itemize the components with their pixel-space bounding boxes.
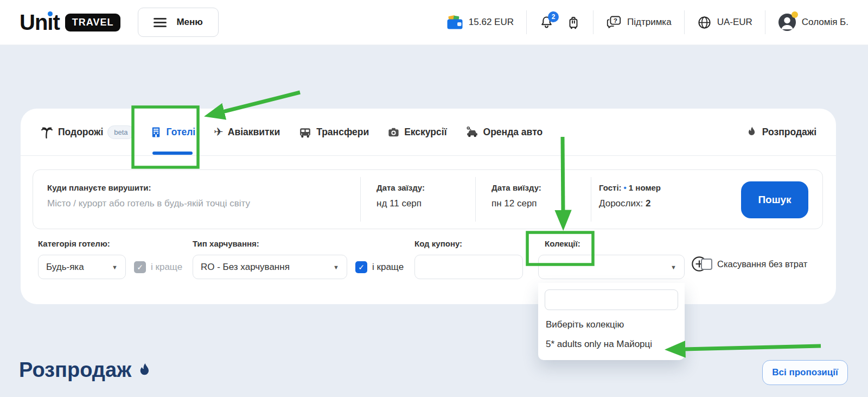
palm-tree-icon — [40, 125, 54, 139]
logo-dot-icon — [48, 11, 53, 16]
notifications-badge: 2 — [548, 11, 559, 22]
search-card: Подорожі beta Готелі — [21, 109, 836, 304]
chevron-down-icon: ▼ — [333, 264, 339, 270]
collections-option-placeholder[interactable]: Виберіть колекцію — [546, 319, 677, 331]
collections-filter: Колекції: ▼ — [538, 239, 685, 279]
luggage-icon — [566, 15, 580, 30]
collections-search-input[interactable] — [545, 289, 678, 310]
support-button[interactable]: ? Підтримка — [606, 15, 672, 30]
header-divider — [765, 10, 765, 34]
coupon-input[interactable] — [414, 255, 523, 279]
hotel-building-icon — [150, 126, 162, 138]
tab-hotels-label: Готелі — [167, 127, 196, 138]
camera-icon — [387, 126, 400, 138]
header-divider — [526, 10, 527, 34]
tab-transfers-label: Трансфери — [316, 127, 369, 138]
header: Unıt TRAVEL Меню 15.62 EUR — [0, 0, 868, 45]
avatar — [778, 13, 796, 31]
meal-type-select[interactable]: RO - Без харчування ▼ — [193, 255, 347, 279]
tab-excursions-label: Екскурсії — [404, 127, 446, 138]
chevron-down-icon: ▼ — [671, 264, 676, 270]
destination-placeholder: Місто / курорт або готель в будь-якій то… — [47, 198, 360, 209]
hotel-category-label: Категорія готелю: — [38, 239, 182, 248]
beta-badge: beta — [107, 125, 134, 139]
checkout-value: пн 12 серп — [492, 198, 591, 209]
user-menu[interactable]: Соломія Б. — [778, 13, 848, 31]
checkin-date-field[interactable]: Дата заїзду: нд 11 серп — [360, 170, 475, 229]
hotel-category-select[interactable]: Будь-яка ▼ — [38, 255, 126, 279]
destination-field[interactable]: Куди плануєте вирушити: Місто / курорт а… — [33, 170, 360, 229]
collections-option-mallorca[interactable]: 5* adults only на Майорці — [546, 338, 677, 350]
notifications-button[interactable]: 2 — [539, 15, 554, 30]
checkin-value: нд 11 серп — [376, 198, 475, 209]
bus-icon — [298, 125, 312, 139]
checkbox-checked-gray-icon: ✓ — [134, 261, 146, 273]
bullet-icon: • — [624, 183, 627, 192]
support-chat-icon: ? — [606, 15, 622, 30]
support-label: Підтримка — [627, 17, 672, 28]
tab-car-rental[interactable]: Оренда авто — [465, 109, 543, 155]
tab-flights-label: Авіаквитки — [228, 127, 280, 138]
checkout-date-field[interactable]: Дата виїзду: пн 12 серп — [475, 170, 591, 229]
menu-label: Меню — [176, 17, 202, 28]
checkout-label: Дата виїзду: — [492, 183, 591, 192]
all-offers-button[interactable]: Всі пропозиції — [762, 360, 848, 385]
logo: Unıt TRAVEL — [20, 10, 120, 35]
guests-label-row: Гості:•1 номер — [599, 183, 748, 192]
tab-sales[interactable]: Розпродажі — [746, 109, 816, 155]
checkin-label: Дата заїзду: — [376, 183, 475, 192]
menu-button[interactable]: Меню — [138, 8, 218, 37]
checkbox-checked-blue-icon: ✓ — [355, 261, 367, 273]
active-tab-underline — [152, 152, 193, 155]
product-tabs: Подорожі beta Готелі — [21, 109, 836, 156]
category-and-better-checkbox[interactable]: ✓ і краще — [134, 261, 182, 273]
flame-icon — [746, 126, 758, 138]
meal-type-filter: Тип харчування: RO - Без харчування ▼ ✓ … — [193, 239, 404, 279]
trips-button[interactable] — [566, 15, 580, 30]
tab-trips-label: Подорожі — [58, 127, 103, 138]
logo-badge: TRAVEL — [65, 14, 121, 31]
wallet-balance[interactable]: 15.62 EUR — [446, 15, 514, 30]
flame-icon — [137, 362, 153, 379]
adults-row: Дорослих: 2 — [599, 198, 748, 209]
guests-field[interactable]: Гості:•1 номер Дорослих: 2 — [591, 170, 748, 229]
annotation-arrow-collection-option — [684, 346, 821, 349]
tab-trips[interactable]: Подорожі beta — [40, 109, 135, 155]
tab-flights[interactable]: ✈ Авіаквитки — [214, 109, 280, 155]
meal-and-better-checkbox[interactable]: ✓ і краще — [355, 261, 404, 273]
wallet-icon — [446, 15, 463, 30]
meal-type-label: Тип харчування: — [193, 239, 404, 248]
locale-selector[interactable]: UA-EUR — [697, 15, 752, 30]
logo-text: Unıt — [20, 10, 60, 35]
tab-transfers[interactable]: Трансфери — [298, 109, 369, 155]
wallet-balance-value: 15.62 EUR — [469, 17, 514, 28]
svg-text:?: ? — [614, 16, 617, 23]
chevron-down-icon: ▼ — [112, 264, 118, 270]
free-cancellation-checkbox[interactable]: Скасування без втрат — [701, 259, 807, 270]
collections-select[interactable]: ▼ — [538, 255, 685, 279]
status-dot-icon — [792, 11, 798, 18]
header-divider — [593, 10, 593, 34]
sales-heading: Розпродаж — [19, 358, 153, 382]
user-name: Соломія Б. — [802, 17, 848, 28]
tab-excursions[interactable]: Екскурсії — [387, 109, 446, 155]
car-key-icon — [465, 125, 479, 139]
page: Unıt TRAVEL Меню 15.62 EUR — [0, 0, 868, 397]
tab-sales-label: Розпродажі — [762, 127, 816, 138]
plane-icon: ✈ — [214, 125, 224, 138]
hotel-category-filter: Категорія готелю: Будь-яка ▼ ✓ і краще — [38, 239, 182, 279]
locale-label: UA-EUR — [717, 17, 752, 28]
coupon-filter: Код купону: — [414, 239, 523, 279]
collections-label: Колекції: — [545, 239, 685, 248]
tab-hotels[interactable]: Готелі — [150, 109, 196, 155]
tab-car-rental-label: Оренда авто — [483, 127, 543, 138]
checkbox-unchecked-icon — [701, 259, 712, 270]
collections-dropdown-panel: Виберіть колекцію 5* adults only на Майо… — [538, 283, 685, 360]
globe-icon — [697, 15, 712, 30]
search-bar: Куди плануєте вирушити: Місто / курорт а… — [33, 169, 823, 229]
coupon-label: Код купону: — [414, 239, 523, 248]
destination-label: Куди плануєте вирушити: — [47, 183, 360, 192]
hamburger-icon — [154, 18, 167, 27]
header-right: 15.62 EUR 2 — [446, 10, 848, 34]
search-button[interactable]: Пошук — [741, 181, 808, 218]
